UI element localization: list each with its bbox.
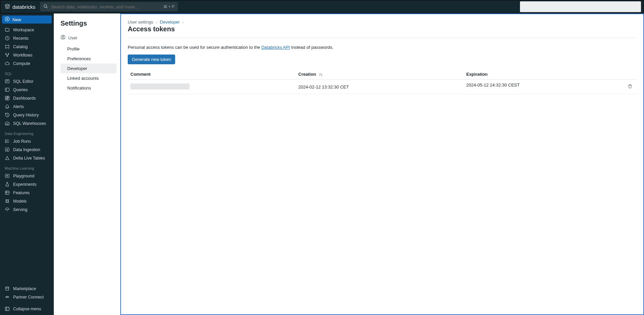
description: Personal access tokens can be used for s… — [128, 45, 637, 50]
search-input[interactable] — [51, 4, 160, 9]
new-button-label: New — [12, 17, 21, 22]
sidebar-item-sql-editor[interactable]: SQL Editor — [0, 77, 54, 85]
delete-token-button[interactable] — [626, 82, 634, 91]
sidebar-item-compute[interactable]: Compute — [0, 59, 54, 68]
search-icon — [43, 4, 48, 10]
sidebar-item-label: Catalog — [13, 44, 28, 49]
divider — [128, 38, 637, 38]
sidebar-item-alerts[interactable]: Alerts — [0, 102, 54, 111]
svg-point-20 — [6, 202, 7, 203]
sidebar-item-label: Job Runs — [13, 139, 31, 144]
collapse-label: Collapse menu — [13, 307, 41, 311]
sidebar-item-workspace[interactable]: Workspace — [0, 26, 54, 34]
sidebar-item-label: Workflows — [13, 53, 32, 58]
topbar: databricks ⌘ + P — [0, 0, 644, 13]
editor-icon — [5, 79, 10, 84]
runs-icon — [5, 139, 10, 144]
sidebar-item-job-runs[interactable]: Job Runs — [0, 137, 54, 145]
svg-point-19 — [8, 200, 9, 201]
svg-rect-17 — [5, 191, 9, 195]
settings-group-label: User — [68, 35, 77, 40]
sidebar-item-experiments[interactable]: Experiments — [0, 180, 54, 188]
flask-icon — [5, 182, 10, 187]
token-comment-masked — [130, 83, 190, 90]
sidebar-item-label: SQL Editor — [13, 79, 34, 84]
breadcrumb-root: User settings — [128, 20, 153, 25]
svg-rect-9 — [7, 96, 9, 97]
generate-token-button[interactable]: Generate new token — [128, 55, 175, 64]
partner-icon — [5, 294, 10, 300]
settings-group-user: User — [61, 33, 117, 42]
new-button[interactable]: New — [2, 15, 52, 24]
svg-point-5 — [7, 56, 8, 57]
warehouse-icon — [5, 121, 10, 126]
tokens-table: Comment Creation Expiration 2024-02-12 1… — [128, 69, 637, 94]
settings-item-preferences[interactable]: Preferences — [61, 54, 117, 64]
sidebar-item-workflows[interactable]: Workflows — [0, 51, 54, 59]
col-expiration[interactable]: Expiration — [464, 69, 637, 80]
store-icon — [5, 286, 10, 291]
token-creation: 2024-02-12 13:32:30 CET — [296, 80, 464, 94]
collapse-menu[interactable]: Collapse menu — [0, 305, 54, 313]
folder-icon — [5, 27, 10, 32]
sidebar-item-sql-warehouses[interactable]: SQL Warehouses — [0, 119, 54, 128]
svg-point-18 — [6, 200, 7, 201]
settings-item-profile[interactable]: Profile — [61, 44, 117, 54]
sidebar-item-dashboards[interactable]: Dashboards — [0, 94, 54, 102]
sidebar-item-label: Data Ingestion — [13, 147, 40, 152]
svg-rect-8 — [5, 96, 7, 98]
sidebar-item-catalog[interactable]: Catalog — [0, 42, 54, 51]
logo[interactable]: databricks — [3, 3, 37, 10]
settings-item-developer[interactable]: Developer — [61, 64, 117, 73]
databricks-api-link[interactable]: Databricks API — [261, 45, 290, 50]
svg-point-12 — [5, 140, 6, 140]
table-row: 2024-02-12 13:32:30 CET 2024-05-12 14:32… — [128, 80, 637, 94]
clock-icon — [5, 36, 10, 41]
features-icon — [5, 190, 10, 195]
svg-point-13 — [5, 141, 6, 141]
col-creation[interactable]: Creation — [296, 69, 464, 80]
sidebar-item-label: Queries — [13, 88, 28, 92]
token-expiration: 2024-05-12 14:32:30 CEST — [464, 80, 637, 94]
sidebar-item-features[interactable]: Features — [0, 188, 54, 197]
models-icon — [5, 199, 10, 204]
svg-point-3 — [6, 54, 7, 55]
sidebar-item-label: Delta Live Tables — [13, 156, 45, 161]
brand-text: databricks — [12, 4, 35, 10]
sidebar-item-recents[interactable]: Recents — [0, 34, 54, 42]
flow-icon — [5, 53, 10, 58]
global-search[interactable]: ⌘ + P — [40, 2, 178, 11]
sidebar-item-label: Serving — [13, 207, 27, 212]
sidebar-item-queries[interactable]: Queries — [0, 85, 54, 94]
settings-item-notifications[interactable]: Notifications — [61, 83, 117, 93]
chevron-right-icon: › — [156, 20, 157, 24]
settings-item-linked-accounts[interactable]: Linked accounts — [61, 73, 117, 83]
delta-icon — [5, 155, 10, 161]
sort-desc-icon — [319, 73, 323, 77]
svg-point-24 — [7, 296, 9, 298]
settings-panel: Settings User ProfilePreferencesDevelope… — [54, 13, 120, 315]
sidebar-item-data-ingestion[interactable]: Data Ingestion — [0, 145, 54, 154]
serving-icon — [5, 207, 10, 212]
sidebar-item-label: Workspace — [13, 28, 34, 32]
sidebar-item-label: Features — [13, 190, 30, 195]
svg-point-21 — [8, 202, 9, 203]
sidebar-item-marketplace[interactable]: Marketplace — [0, 284, 54, 293]
svg-point-22 — [7, 210, 7, 211]
query-icon — [5, 87, 10, 92]
sidebar-section-data-engineering: Data Engineering — [0, 128, 54, 137]
sidebar-item-label: Compute — [13, 61, 30, 66]
sidebar-item-serving[interactable]: Serving — [0, 205, 54, 214]
settings-title: Settings — [61, 20, 117, 27]
sidebar-item-playground[interactable]: Playground — [0, 172, 54, 180]
sidebar-item-models[interactable]: Models — [0, 197, 54, 205]
sidebar-item-delta-live-tables[interactable]: Delta Live Tables — [0, 154, 54, 162]
cloud-icon — [5, 61, 10, 66]
sidebar-item-label: Models — [13, 199, 27, 204]
sidebar-section-sql: SQL — [0, 68, 54, 77]
breadcrumb-developer[interactable]: Developer — [160, 20, 180, 25]
col-comment[interactable]: Comment — [128, 69, 296, 80]
sidebar-item-query-history[interactable]: Query History — [0, 111, 54, 119]
svg-point-0 — [44, 4, 47, 7]
sidebar-item-partner-connect[interactable]: Partner Connect — [0, 293, 54, 301]
